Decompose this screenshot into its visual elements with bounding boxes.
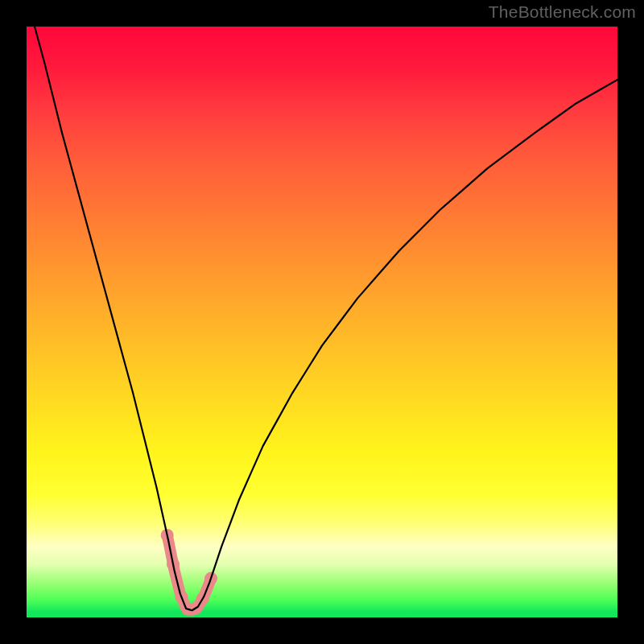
bottleneck-curve bbox=[27, 27, 617, 610]
chart-svg bbox=[27, 27, 617, 617]
outer-frame: TheBottleneck.com bbox=[0, 0, 644, 644]
watermark-text: TheBottleneck.com bbox=[489, 2, 636, 22]
plot-area bbox=[27, 27, 617, 617]
